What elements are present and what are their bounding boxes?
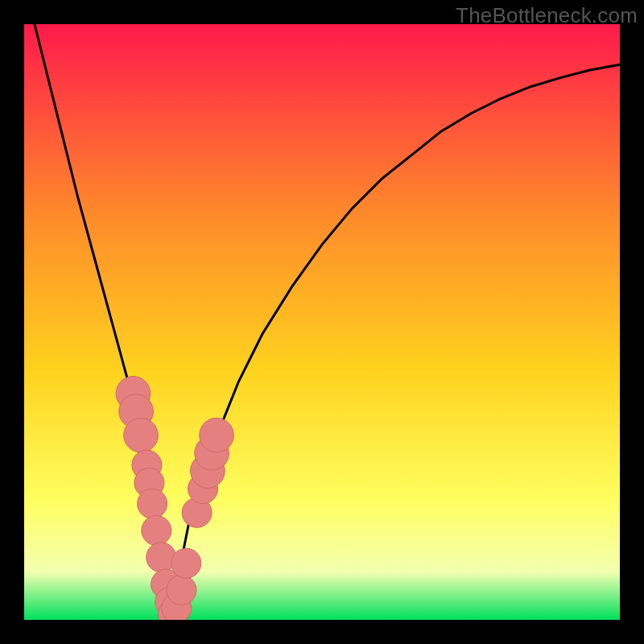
chart-frame: TheBottleneck.com (0, 0, 644, 644)
watermark-text: TheBottleneck.com (456, 3, 638, 28)
data-marker (124, 418, 159, 452)
chart-svg (24, 24, 620, 620)
data-marker (138, 489, 167, 518)
plot-area (24, 24, 620, 620)
data-marker (142, 516, 171, 546)
data-marker (167, 576, 196, 605)
data-marker (171, 548, 201, 578)
gradient-bg (24, 24, 620, 620)
data-marker (200, 418, 234, 452)
